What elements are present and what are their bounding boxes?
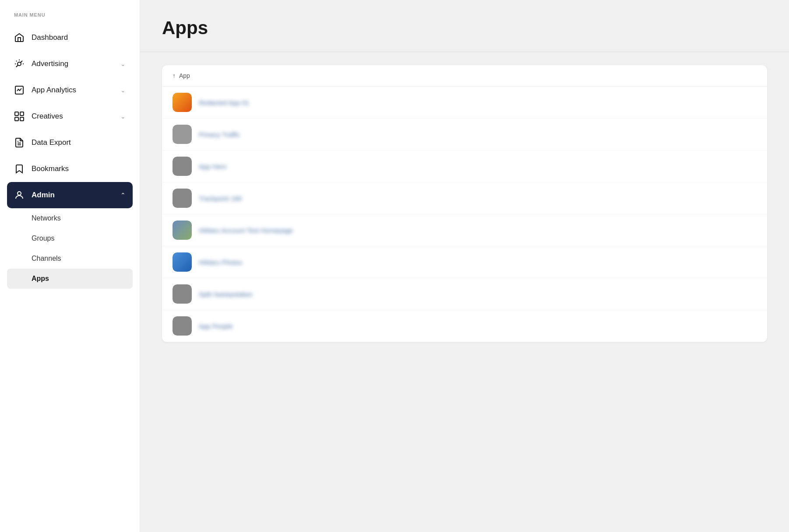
- sidebar: MAIN MENU Dashboard Advertising ⌄: [0, 0, 140, 532]
- svg-rect-5: [20, 117, 24, 121]
- svg-rect-3: [20, 112, 24, 116]
- chevron-down-icon: ⌄: [120, 60, 126, 67]
- chevron-up-icon: ⌃: [120, 192, 126, 199]
- app-icon-4: [173, 189, 192, 208]
- app-name: HiMaru Account Test Homepage: [199, 227, 293, 234]
- sidebar-item-dashboard[interactable]: Dashboard: [0, 24, 140, 51]
- sidebar-item-advertising[interactable]: Advertising ⌄: [0, 51, 140, 77]
- sidebar-item-apps[interactable]: Apps ➔: [7, 269, 133, 289]
- svg-rect-4: [15, 117, 18, 121]
- sidebar-item-channels[interactable]: Channels: [0, 248, 140, 269]
- main-content: Apps ↑ App Redacted App 01 Privacy Traff: [140, 0, 789, 532]
- creatives-icon: [14, 111, 25, 122]
- app-name: App People: [199, 322, 233, 330]
- sidebar-item-data-export[interactable]: Data Export: [0, 130, 140, 156]
- bookmarks-icon: [14, 164, 25, 174]
- page-title: Apps: [162, 18, 767, 38]
- home-icon: [14, 32, 25, 43]
- app-icon-8: [173, 316, 192, 336]
- sidebar-item-label: Advertising: [32, 60, 113, 68]
- app-icon-5: [173, 220, 192, 240]
- app-name: HiMaru Photos: [199, 259, 242, 266]
- table-row[interactable]: Redacted App 01: [162, 87, 767, 119]
- table-row[interactable]: HiMaru Photos: [162, 246, 767, 278]
- table-row[interactable]: App People: [162, 310, 767, 342]
- data-export-icon: [14, 137, 25, 148]
- apps-table: ↑ App Redacted App 01 Privacy Traffic: [162, 65, 767, 342]
- sidebar-item-groups[interactable]: Groups: [0, 228, 140, 248]
- svg-point-8: [18, 192, 21, 195]
- sidebar-item-label: Creatives: [32, 112, 113, 121]
- app-icon-2: [173, 125, 192, 144]
- app-name: Redacted App 01: [199, 99, 249, 106]
- advertising-icon: [14, 59, 25, 69]
- sidebar-item-networks[interactable]: Networks: [0, 208, 140, 228]
- sidebar-item-label: Data Export: [32, 138, 126, 147]
- admin-sub-items: Networks Groups Channels Apps ➔: [0, 208, 140, 292]
- app-name: Privacy Traffic: [199, 131, 240, 138]
- chevron-down-icon: ⌄: [120, 113, 126, 120]
- app-icon-3: [173, 157, 192, 176]
- app-icon-6: [173, 252, 192, 272]
- svg-rect-2: [15, 112, 18, 116]
- sidebar-item-app-analytics[interactable]: App Analytics ⌄: [0, 77, 140, 103]
- col-app-label: App: [179, 72, 190, 79]
- sidebar-item-label: Bookmarks: [32, 164, 126, 173]
- sidebar-item-label: Dashboard: [32, 33, 126, 42]
- app-icon-1: [173, 93, 192, 112]
- app-icon-7: [173, 284, 192, 304]
- sidebar-item-label: App Analytics: [32, 86, 113, 94]
- table-header: ↑ App: [162, 65, 767, 87]
- sidebar-item-label: Admin: [32, 191, 113, 200]
- table-row[interactable]: App Hero: [162, 150, 767, 182]
- table-row[interactable]: Trackpoint 180: [162, 182, 767, 214]
- table-row[interactable]: Privacy Traffic: [162, 119, 767, 150]
- sidebar-item-creatives[interactable]: Creatives ⌄: [0, 103, 140, 130]
- analytics-icon: [14, 85, 25, 95]
- content-area: ↑ App Redacted App 01 Privacy Traffic: [140, 52, 789, 532]
- table-row[interactable]: HiMaru Account Test Homepage: [162, 214, 767, 246]
- sidebar-item-admin[interactable]: Admin ⌃: [7, 182, 133, 208]
- app-name: App Hero: [199, 163, 226, 170]
- page-header: Apps: [140, 0, 789, 52]
- svg-point-0: [18, 62, 21, 66]
- chevron-down-icon: ⌄: [120, 87, 126, 94]
- app-name: Split Sweepstakes: [199, 290, 253, 298]
- sidebar-item-bookmarks[interactable]: Bookmarks: [0, 156, 140, 182]
- main-menu-label: MAIN MENU: [0, 0, 140, 24]
- sort-up-icon: ↑: [173, 72, 176, 79]
- table-row[interactable]: Split Sweepstakes: [162, 278, 767, 310]
- admin-icon: [14, 190, 25, 200]
- app-name: Trackpoint 180: [199, 195, 242, 202]
